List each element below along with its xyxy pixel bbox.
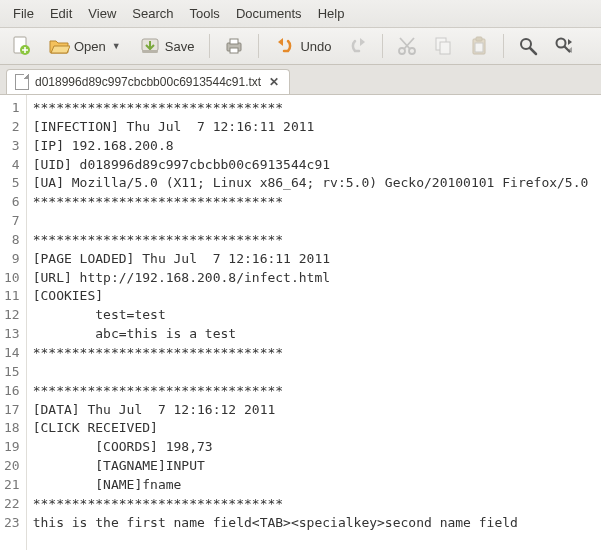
find-replace-icon (553, 35, 575, 57)
undo-button[interactable]: Undo (268, 32, 337, 60)
clipboard-icon (468, 35, 490, 57)
open-label: Open (74, 39, 106, 54)
toolbar: Open ▼ Save Undo (0, 28, 601, 65)
svg-rect-12 (476, 37, 482, 41)
toolbar-separator (258, 34, 259, 58)
redo-icon (347, 35, 369, 57)
folder-open-icon (48, 35, 70, 57)
menu-edit[interactable]: Edit (43, 3, 79, 24)
document-tab[interactable]: d018996d89c997cbcbb00c6913544c91.txt ✕ (6, 69, 290, 94)
find-replace-button[interactable] (549, 32, 579, 60)
find-button[interactable] (513, 32, 543, 60)
menu-search[interactable]: Search (125, 3, 180, 24)
toolbar-separator (209, 34, 210, 58)
new-document-button[interactable] (6, 32, 36, 60)
svg-rect-3 (142, 50, 158, 53)
svg-rect-10 (440, 42, 450, 54)
printer-icon (223, 35, 245, 57)
line-number-gutter: 1234567891011121314151617181920212223 (0, 95, 27, 550)
svg-rect-5 (230, 39, 238, 44)
close-tab-button[interactable]: ✕ (267, 75, 281, 89)
redo-button[interactable] (343, 32, 373, 60)
paste-button[interactable] (464, 32, 494, 60)
toolbar-separator (382, 34, 383, 58)
save-label: Save (165, 39, 195, 54)
menu-view[interactable]: View (81, 3, 123, 24)
menubar: File Edit View Search Tools Documents He… (0, 0, 601, 28)
toolbar-separator (503, 34, 504, 58)
chevron-down-icon: ▼ (112, 41, 121, 51)
save-icon (139, 35, 161, 57)
scissors-icon (396, 35, 418, 57)
menu-tools[interactable]: Tools (183, 3, 227, 24)
menu-documents[interactable]: Documents (229, 3, 309, 24)
file-icon (15, 74, 29, 90)
search-icon (517, 35, 539, 57)
menu-help[interactable]: Help (311, 3, 352, 24)
save-button[interactable]: Save (133, 32, 201, 60)
menu-file[interactable]: File (6, 3, 41, 24)
editor-area[interactable]: 1234567891011121314151617181920212223 **… (0, 95, 601, 550)
print-button[interactable] (219, 32, 249, 60)
svg-rect-13 (475, 43, 483, 52)
copy-button[interactable] (428, 32, 458, 60)
undo-icon (274, 35, 296, 57)
new-file-icon (10, 35, 32, 57)
copy-icon (432, 35, 454, 57)
code-content[interactable]: ******************************** [INFECT… (27, 95, 595, 550)
open-button[interactable]: Open ▼ (42, 32, 127, 60)
svg-rect-6 (230, 48, 238, 53)
undo-label: Undo (300, 39, 331, 54)
cut-button[interactable] (392, 32, 422, 60)
tab-filename: d018996d89c997cbcbb00c6913544c91.txt (35, 75, 261, 89)
tabbar: d018996d89c997cbcbb00c6913544c91.txt ✕ (0, 65, 601, 95)
